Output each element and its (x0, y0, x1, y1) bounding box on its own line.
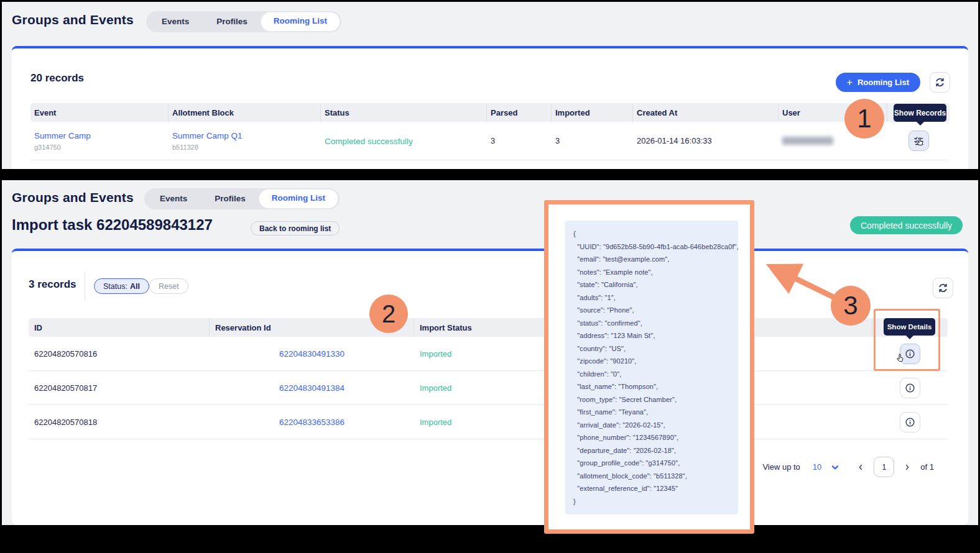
add-rooming-list-button[interactable]: + Rooming List (836, 73, 920, 92)
record-id: 62204820570818 (29, 418, 210, 427)
record-json-text: { "UUID": "9d652b58-5b90-4fb1-acab-646be… (573, 227, 730, 508)
rooming-list-screen: Groups and Events Events Profiles Roomin… (2, 2, 978, 169)
records-count: 20 records (30, 72, 84, 85)
table-header: Event Allotment Block Status Parsed Impo… (30, 103, 950, 122)
status-filter-chip[interactable]: Status: All (94, 278, 149, 294)
status-text: Completed successfully (325, 137, 413, 146)
tab-bar: Events Profiles Rooming List (146, 11, 341, 32)
annotation-circle-2: 2 (369, 295, 408, 333)
view-up-to-label: View up to (762, 462, 800, 472)
add-rooming-list-label: Rooming List (858, 78, 909, 87)
rooming-list-card: 20 records + Rooming List Event Allotmen… (12, 46, 968, 169)
reset-filter-chip[interactable]: Reset (149, 278, 188, 294)
tab-rooming-list[interactable]: Rooming List (261, 12, 340, 31)
record-details-popup: { "UUID": "9d652b58-5b90-4fb1-acab-646be… (544, 200, 754, 534)
chevron-right-icon[interactable] (903, 463, 912, 472)
refresh-button[interactable] (930, 72, 950, 93)
page-title: Groups and Events (12, 190, 134, 205)
table-row: 62204820570816 62204830491330 Imported (29, 337, 948, 371)
records-count: 3 records (29, 278, 76, 291)
plus-icon: + (847, 77, 853, 88)
column-id: ID (29, 318, 210, 337)
show-details-button[interactable] (900, 412, 920, 432)
reservation-id-link[interactable]: 62204830491330 (279, 349, 344, 359)
table-row: 62204820570818 62204833653386 Imported (29, 405, 948, 439)
refresh-button[interactable] (933, 278, 953, 298)
status-badge: Completed successfully (850, 216, 963, 234)
column-imported: Imported (552, 103, 633, 122)
import-task-screen: Groups and Events Events Profiles Roomin… (2, 180, 978, 525)
current-page-input[interactable]: 1 (874, 457, 894, 477)
show-details-button[interactable] (900, 378, 920, 398)
column-event: Event (30, 103, 169, 122)
record-id: 62204820570816 (29, 349, 210, 359)
column-parsed: Parsed (487, 103, 552, 122)
reservation-id-link[interactable]: 62204833653386 (279, 418, 344, 427)
table-row: 62204820570817 62204830491384 Imported (29, 371, 948, 405)
tab-bar: Events Profiles Rooming List (144, 188, 340, 209)
import-task-title: Import task 62204589843127 (12, 216, 213, 234)
tab-profiles[interactable]: Profiles (203, 13, 261, 30)
annotation-circle-1: 1 (844, 99, 884, 139)
show-details-tooltip: Show Details (884, 318, 935, 336)
allotment-block-code: b511328 (172, 144, 321, 151)
tab-events[interactable]: Events (148, 13, 203, 30)
show-records-tooltip: Show Records (894, 104, 946, 122)
pagination: View up to 10 1 of 1 (762, 456, 934, 478)
reservation-id-link[interactable]: 62204830491384 (279, 383, 344, 393)
back-to-rooming-list-button[interactable]: Back to rooming list (251, 221, 340, 235)
column-allotment-block: Allotment Block (169, 103, 321, 122)
tab-events[interactable]: Events (146, 190, 201, 208)
chevron-left-icon[interactable] (856, 463, 865, 472)
event-link[interactable]: Summer Camp (34, 131, 169, 140)
allotment-block-link[interactable]: Summer Camp Q1 (172, 131, 321, 140)
table-header: ID Reservation Id Import Status (29, 318, 948, 337)
info-icon (905, 417, 915, 427)
record-id: 62204820570817 (29, 383, 210, 393)
refresh-icon (938, 283, 948, 293)
hand-cursor-icon (915, 137, 925, 147)
status-filter-label: Status: (103, 282, 127, 291)
info-icon (905, 383, 915, 393)
user-name-redacted (782, 137, 833, 145)
created-at-value: 2026-01-14 16:03:33 (633, 136, 779, 145)
page-size-select[interactable]: 10 (813, 462, 821, 472)
json-code-block: { "UUID": "9d652b58-5b90-4fb1-acab-646be… (565, 221, 738, 514)
chevron-down-icon[interactable] (830, 462, 840, 472)
event-code: g314750 (34, 144, 169, 151)
table-row: Summer Camp g314750 Summer Camp Q1 b5113… (30, 122, 950, 160)
tab-rooming-list[interactable]: Rooming List (259, 190, 338, 208)
column-created-at: Created At (633, 103, 779, 122)
column-status: Status (321, 103, 487, 122)
parsed-value: 3 (487, 136, 552, 145)
divider (85, 272, 85, 301)
status-filter-value: All (130, 282, 140, 291)
total-pages-label: of 1 (920, 462, 934, 472)
page-title: Groups and Events (12, 12, 134, 27)
hand-cursor-icon (895, 353, 905, 363)
annotation-arrow (760, 256, 841, 306)
tab-profiles[interactable]: Profiles (201, 190, 259, 208)
imported-value: 3 (552, 136, 633, 145)
refresh-icon (935, 77, 945, 88)
